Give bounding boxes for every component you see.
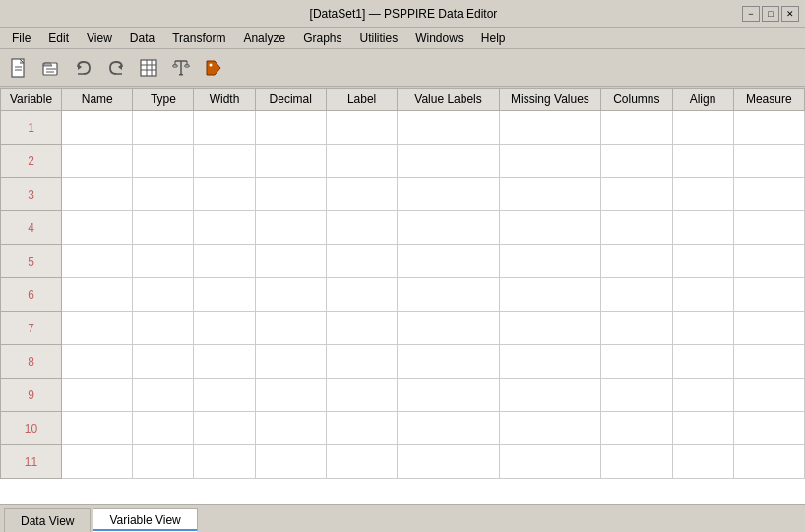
- cell[interactable]: [326, 145, 397, 178]
- cell[interactable]: [672, 345, 733, 379]
- cell[interactable]: [733, 111, 804, 145]
- cell[interactable]: [194, 345, 255, 379]
- cell[interactable]: [499, 178, 600, 211]
- scale-button[interactable]: [166, 54, 196, 82]
- cell[interactable]: [672, 445, 733, 479]
- cell[interactable]: [133, 278, 194, 312]
- cell[interactable]: [194, 445, 255, 479]
- cell[interactable]: [733, 211, 804, 245]
- cell[interactable]: [499, 412, 600, 445]
- cell[interactable]: [601, 211, 672, 245]
- cell[interactable]: [255, 445, 326, 479]
- cell[interactable]: [499, 379, 600, 412]
- cell[interactable]: [133, 312, 194, 345]
- cell[interactable]: [398, 445, 499, 479]
- cell[interactable]: [672, 312, 733, 345]
- cell[interactable]: [194, 379, 255, 412]
- cell[interactable]: [499, 245, 600, 278]
- cell[interactable]: [601, 278, 672, 312]
- cell[interactable]: [733, 379, 804, 412]
- window-controls[interactable]: − □ ✕: [742, 6, 799, 22]
- cell[interactable]: [326, 345, 397, 379]
- new-file-button[interactable]: [4, 54, 33, 82]
- cell[interactable]: [326, 211, 397, 245]
- cell[interactable]: [733, 312, 804, 345]
- cell[interactable]: [62, 445, 133, 479]
- cell[interactable]: [194, 211, 255, 245]
- tab-variable-view[interactable]: Variable View: [93, 508, 197, 532]
- cell[interactable]: [733, 278, 804, 312]
- cell[interactable]: [255, 145, 326, 178]
- cell[interactable]: [194, 145, 255, 178]
- minimize-button[interactable]: −: [742, 6, 760, 22]
- cell[interactable]: [194, 412, 255, 445]
- cell[interactable]: [601, 312, 672, 345]
- menu-transform[interactable]: Transform: [164, 30, 233, 47]
- cell[interactable]: [672, 412, 733, 445]
- cell[interactable]: [398, 211, 499, 245]
- cell[interactable]: [326, 111, 397, 145]
- cell[interactable]: [326, 412, 397, 445]
- cell[interactable]: [133, 245, 194, 278]
- cell[interactable]: [398, 312, 499, 345]
- cell[interactable]: [62, 111, 133, 145]
- cell[interactable]: [133, 412, 194, 445]
- cell[interactable]: [255, 178, 326, 211]
- cell[interactable]: [194, 111, 255, 145]
- cell[interactable]: [398, 111, 499, 145]
- cell[interactable]: [255, 278, 326, 312]
- cell[interactable]: [601, 379, 672, 412]
- menu-utilities[interactable]: Utilities: [351, 30, 405, 47]
- cell[interactable]: [733, 245, 804, 278]
- cell[interactable]: [601, 412, 672, 445]
- cell[interactable]: [133, 178, 194, 211]
- cell[interactable]: [255, 111, 326, 145]
- cell[interactable]: [733, 445, 804, 479]
- cell[interactable]: [62, 145, 133, 178]
- cell[interactable]: [255, 379, 326, 412]
- open-file-button[interactable]: [36, 54, 66, 82]
- grid-container[interactable]: Variable Name Type Width Decimal Label V…: [0, 87, 805, 504]
- table-row[interactable]: 11: [1, 445, 805, 479]
- cell[interactable]: [62, 211, 133, 245]
- cell[interactable]: [326, 178, 397, 211]
- data-editor-button[interactable]: [134, 54, 163, 82]
- menu-view[interactable]: View: [79, 30, 120, 47]
- cell[interactable]: [733, 345, 804, 379]
- table-row[interactable]: 9: [1, 379, 805, 412]
- cell[interactable]: [398, 178, 499, 211]
- cell[interactable]: [601, 111, 672, 145]
- cell[interactable]: [733, 145, 804, 178]
- cell[interactable]: [326, 445, 397, 479]
- cell[interactable]: [733, 412, 804, 445]
- cell[interactable]: [499, 111, 600, 145]
- table-row[interactable]: 4: [1, 211, 805, 245]
- cell[interactable]: [672, 145, 733, 178]
- cell[interactable]: [133, 379, 194, 412]
- table-row[interactable]: 1: [1, 111, 805, 145]
- cell[interactable]: [398, 278, 499, 312]
- menu-analyze[interactable]: Analyze: [235, 30, 293, 47]
- cell[interactable]: [62, 245, 133, 278]
- close-button[interactable]: ✕: [781, 6, 799, 22]
- cell[interactable]: [499, 312, 600, 345]
- cell[interactable]: [255, 312, 326, 345]
- cell[interactable]: [133, 111, 194, 145]
- cell[interactable]: [133, 345, 194, 379]
- cell[interactable]: [601, 145, 672, 178]
- cell[interactable]: [398, 145, 499, 178]
- cell[interactable]: [398, 245, 499, 278]
- cell[interactable]: [499, 345, 600, 379]
- cell[interactable]: [499, 278, 600, 312]
- redo-button[interactable]: [101, 54, 131, 82]
- cell[interactable]: [601, 178, 672, 211]
- cell[interactable]: [672, 111, 733, 145]
- cell[interactable]: [326, 379, 397, 412]
- table-row[interactable]: 2: [1, 145, 805, 178]
- cell[interactable]: [733, 178, 804, 211]
- cell[interactable]: [194, 245, 255, 278]
- table-row[interactable]: 8: [1, 345, 805, 379]
- cell[interactable]: [499, 211, 600, 245]
- menu-help[interactable]: Help: [473, 30, 514, 47]
- cell[interactable]: [601, 345, 672, 379]
